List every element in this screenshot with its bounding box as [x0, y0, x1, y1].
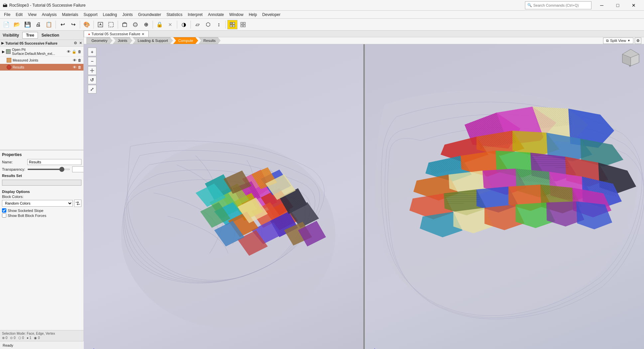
- menu-item-joints[interactable]: Joints: [120, 11, 135, 18]
- lock-icon[interactable]: 🔒: [72, 50, 76, 54]
- sidebar-bottom: Selection Mode: Face, Edge, Vertex ⊕ 0 ⊙…: [0, 330, 83, 341]
- menu-item-edit[interactable]: Edit: [13, 11, 25, 18]
- viewports: + − ↺ ⤢ X Y Z: [84, 44, 644, 349]
- pointer-button[interactable]: ⊕: [141, 20, 151, 29]
- menu-item-view[interactable]: View: [25, 11, 39, 18]
- tree-item-results[interactable]: Results 👁 🗑: [0, 64, 83, 71]
- eye-icon3[interactable]: 👁: [73, 65, 76, 69]
- cross-button[interactable]: ✕: [165, 20, 175, 29]
- collapse-icon[interactable]: ▶: [1, 41, 4, 45]
- rotate-button[interactable]: ↺: [88, 76, 96, 84]
- sphere-button[interactable]: [130, 20, 140, 29]
- lock-button[interactable]: 🔒: [155, 20, 165, 29]
- eye-icon[interactable]: 👁: [67, 50, 70, 54]
- step-compute[interactable]: Compute: [173, 37, 198, 44]
- redo-button[interactable]: ↪: [68, 20, 78, 29]
- show-bolt-row: Show Bolt Block Forces: [2, 213, 81, 218]
- project-close-icon[interactable]: ✕: [79, 41, 82, 45]
- transparency-slider[interactable]: [27, 169, 70, 170]
- search-input[interactable]: [533, 3, 586, 7]
- eye-icon2[interactable]: 👁: [73, 58, 76, 62]
- step-joints[interactable]: Joints: [113, 37, 132, 44]
- close-button[interactable]: ✕: [626, 0, 641, 11]
- step-results[interactable]: Results: [198, 37, 221, 44]
- undo-button[interactable]: ↩: [58, 20, 67, 29]
- menu-item-groundwater[interactable]: Groundwater: [135, 11, 164, 18]
- show-socketed-checkbox[interactable]: [2, 208, 6, 213]
- left-3d-view[interactable]: [84, 44, 363, 349]
- menu-item-annotate[interactable]: Annotate: [205, 11, 226, 18]
- title-bar-controls: ─ □ ✕: [594, 0, 641, 11]
- split-view-button[interactable]: ⧉ Split View ▼: [603, 38, 633, 44]
- joints-label: Measured Joints: [13, 58, 71, 62]
- menu-item-interpret[interactable]: Interpret: [185, 11, 205, 18]
- sidebar-spacer: [0, 220, 83, 330]
- transparency-label: Transparency:: [2, 167, 25, 171]
- print-button[interactable]: 🖨: [33, 20, 43, 29]
- save-button[interactable]: 💾: [23, 20, 33, 29]
- results-set-input[interactable]: [2, 180, 81, 186]
- grid2-button[interactable]: [238, 20, 248, 29]
- minimize-button[interactable]: ─: [594, 0, 609, 11]
- select2-button[interactable]: [106, 20, 116, 29]
- box-button[interactable]: [120, 20, 130, 29]
- delete-icon[interactable]: 🗑: [78, 50, 81, 54]
- step-geometry[interactable]: Geometry: [86, 37, 112, 44]
- tree-item-mesh[interactable]: ▶ Open Pit Surface:Default:Mesh_ext... 👁…: [0, 47, 83, 57]
- open-button[interactable]: 📂: [12, 20, 22, 29]
- new-button[interactable]: 📄: [1, 20, 11, 29]
- grid1-button[interactable]: [227, 20, 237, 29]
- menu-item-help[interactable]: Help: [246, 11, 260, 18]
- pan-button[interactable]: [88, 66, 96, 75]
- sidebar: Visibility Tree Selection ▶ Tutorial 05 …: [0, 31, 84, 341]
- viewport-area: ● Tutorial 05 Successive Failure ✕ Geome…: [84, 31, 644, 341]
- menu-item-analysis[interactable]: Analysis: [39, 11, 60, 18]
- fit-all-button[interactable]: ⤢: [88, 85, 96, 93]
- visibility-header: Visibility Tree Selection: [0, 31, 83, 40]
- svg-rect-13: [243, 22, 245, 24]
- zoom-out-button[interactable]: −: [88, 57, 96, 66]
- menu-item-loading[interactable]: Loading: [100, 11, 120, 18]
- viewport-settings-button[interactable]: ⚙: [635, 38, 641, 44]
- select-icon: [97, 22, 103, 28]
- export-button[interactable]: 📋: [44, 20, 54, 29]
- select-button[interactable]: [95, 20, 105, 29]
- joints-icon: [7, 58, 11, 63]
- show-bolt-checkbox[interactable]: [2, 213, 6, 218]
- menu-item-developer[interactable]: Developer: [260, 11, 283, 18]
- project-settings-icon[interactable]: ⚙: [74, 41, 77, 45]
- tree-tab[interactable]: Tree: [22, 32, 38, 39]
- menu-item-window[interactable]: Window: [226, 11, 246, 18]
- delete-icon3[interactable]: 🗑: [78, 65, 81, 69]
- group-button[interactable]: ⬡: [203, 20, 213, 29]
- maximize-button[interactable]: □: [610, 0, 625, 11]
- cube-navigator[interactable]: S: [621, 48, 641, 68]
- menu-item-support[interactable]: Support: [81, 11, 100, 18]
- plane-button[interactable]: ▱: [193, 20, 202, 29]
- menu-item-statistics[interactable]: Statistics: [164, 11, 185, 18]
- search-box[interactable]: 🔍: [525, 1, 591, 9]
- tree-item-joints[interactable]: Measured Joints 👁 🗑: [0, 57, 83, 64]
- svg-marker-72: [532, 107, 572, 129]
- name-input[interactable]: [27, 159, 81, 165]
- main-tab[interactable]: ● Tutorial 05 Successive Failure ✕: [84, 31, 149, 37]
- tab-close-icon[interactable]: ✕: [142, 32, 144, 36]
- menu-item-file[interactable]: File: [1, 11, 13, 18]
- delete-icon2[interactable]: 🗑: [78, 58, 81, 62]
- step-loading[interactable]: Loading & Support: [133, 37, 173, 44]
- menu-item-materials[interactable]: Materials: [60, 11, 81, 18]
- zoom-in-button[interactable]: +: [88, 48, 96, 56]
- transparency-value[interactable]: 85 %: [72, 166, 84, 172]
- results-icon: [7, 65, 11, 70]
- shape-button[interactable]: ◑: [179, 20, 189, 29]
- right-3d-view[interactable]: [365, 44, 644, 349]
- color-button[interactable]: 🎨: [82, 20, 92, 29]
- box-icon: [122, 22, 128, 28]
- tree-expand-icon: ▶: [2, 50, 5, 54]
- block-colors-select[interactable]: Random Colors Factor of Safety Block Vol…: [2, 200, 73, 207]
- show-socketed-label: Show Socketed Slope: [8, 209, 44, 213]
- selection-tab[interactable]: Selection: [38, 32, 63, 39]
- move-button[interactable]: ↕: [214, 20, 224, 29]
- svg-text:S: S: [629, 65, 631, 67]
- shuffle-button[interactable]: [74, 200, 81, 207]
